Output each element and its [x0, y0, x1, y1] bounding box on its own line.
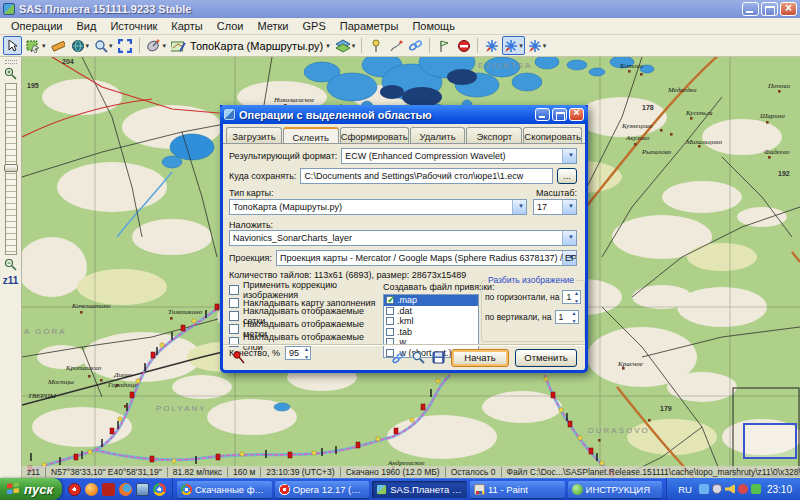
- chain-link-icon: [408, 39, 423, 53]
- globe-tool-button[interactable]: ▾: [69, 36, 92, 55]
- scale-combo[interactable]: 17: [533, 199, 577, 215]
- link-icon[interactable]: [391, 351, 405, 365]
- dialog-close-button[interactable]: [569, 108, 584, 121]
- tray-icon[interactable]: [738, 484, 748, 494]
- task-button[interactable]: ИНСТРУКЦИЯ: [568, 481, 663, 498]
- start-button[interactable]: Начать: [451, 349, 509, 367]
- path-button[interactable]: [386, 36, 405, 55]
- format-combo[interactable]: ECW (Enhanced Compression Wavelet): [341, 148, 577, 164]
- gps-track-button-1[interactable]: [482, 36, 501, 55]
- status-bar: z11 N57°38'33,10" E40°58'31,19" 81.82 м/…: [22, 466, 800, 478]
- dialog-tab[interactable]: Склеить: [283, 127, 339, 143]
- menu-item[interactable]: Метки: [250, 19, 295, 33]
- tray-icon[interactable]: [751, 484, 761, 494]
- dialog-tab[interactable]: Скопировать: [523, 127, 582, 143]
- pushpin-icon[interactable]: [231, 351, 245, 365]
- split-vertical-spinner[interactable]: 1: [555, 310, 579, 324]
- menu-item[interactable]: GPS: [296, 19, 333, 33]
- zoom-slider[interactable]: [5, 83, 17, 255]
- tray-icon[interactable]: [725, 484, 735, 494]
- dialog-maximize-button[interactable]: [552, 108, 567, 121]
- quick-launch-icon[interactable]: [153, 483, 166, 496]
- close-button[interactable]: [780, 2, 797, 16]
- cursor-tool-button[interactable]: [3, 36, 22, 55]
- georef-option[interactable]: .map: [384, 295, 478, 306]
- zoom-out-icon[interactable]: [4, 258, 17, 271]
- map-type-combo[interactable]: ТопоКарта (Маршруты.ру): [229, 199, 527, 215]
- menu-item[interactable]: Источник: [103, 19, 164, 33]
- link-button[interactable]: [406, 36, 425, 55]
- stop-download-button[interactable]: [454, 36, 473, 55]
- tray-icon[interactable]: [712, 484, 722, 494]
- checkbox-box[interactable]: [229, 298, 239, 308]
- overlay-combo[interactable]: Navionics_SonarCharts_layer: [229, 230, 577, 246]
- quick-launch-icon[interactable]: [85, 483, 98, 496]
- minimize-button[interactable]: [742, 2, 759, 16]
- fullscreen-button[interactable]: [116, 36, 135, 55]
- svg-text:Акулово: Акулово: [625, 134, 650, 142]
- checkbox-box[interactable]: [229, 324, 239, 334]
- projection-combo[interactable]: Проекция карты - Mercator / Google Maps …: [276, 250, 577, 266]
- gps-track-button-2[interactable]: ▾: [502, 36, 525, 55]
- georef-checkbox[interactable]: [386, 328, 394, 336]
- georef-checkbox[interactable]: [386, 307, 394, 315]
- checkbox-box[interactable]: [229, 285, 239, 295]
- panel-grip[interactable]: [5, 60, 17, 64]
- option-checkbox-row[interactable]: Применить коррекцию изображения: [229, 284, 379, 296]
- cancel-button[interactable]: Отменить: [515, 349, 577, 367]
- start-button-taskbar[interactable]: пуск: [0, 478, 62, 500]
- tray-icon[interactable]: [699, 484, 709, 494]
- georef-checkbox[interactable]: [386, 317, 394, 325]
- save-settings-icon[interactable]: [431, 351, 445, 365]
- menu-item[interactable]: Операции: [4, 19, 69, 33]
- dialog-tab[interactable]: Экспорт: [466, 127, 522, 143]
- layers-button[interactable]: ▾: [333, 36, 358, 55]
- map-type-button[interactable]: ТопоКарта (Маршруты.ру) ▾: [169, 36, 332, 55]
- menu-item[interactable]: Карты: [164, 19, 209, 33]
- zoom-tool-button[interactable]: ▾: [92, 36, 115, 55]
- split-horizontal-spinner[interactable]: 1: [562, 290, 581, 304]
- dropdown-caret: ▾: [543, 42, 547, 50]
- georef-checkbox[interactable]: [386, 296, 394, 304]
- language-indicator[interactable]: RU: [675, 484, 695, 495]
- georef-option[interactable]: .dat: [384, 306, 478, 317]
- quick-launch-icon[interactable]: [102, 483, 115, 496]
- menu-item[interactable]: Помощь: [405, 19, 462, 33]
- save-path-input[interactable]: [300, 168, 553, 184]
- task-button[interactable]: Скачанные файлы - ...: [177, 481, 272, 498]
- checkbox-box[interactable]: [229, 311, 239, 321]
- tab-label: Скопировать: [524, 131, 581, 142]
- dialog-tab[interactable]: Загрузить: [226, 127, 282, 143]
- status-file: Файл C:\Doc...\SASPlanet.Release.151111\…: [502, 467, 800, 477]
- gps-track-icon: [485, 39, 499, 53]
- zoom-preview-icon[interactable]: [411, 351, 425, 365]
- restore-button[interactable]: [761, 2, 778, 16]
- dropdown-caret: ▾: [86, 42, 90, 50]
- placemark-button[interactable]: [366, 36, 385, 55]
- download-tool-button[interactable]: ▾: [144, 36, 169, 55]
- zoom-slider-handle[interactable]: [4, 164, 18, 172]
- dialog-minimize-button[interactable]: [535, 108, 550, 121]
- task-button[interactable]: SAS.Планета 15111...: [372, 481, 467, 498]
- ruler-tool-button[interactable]: [49, 36, 68, 55]
- georef-option[interactable]: .tab: [384, 327, 478, 338]
- menu-item[interactable]: Вид: [69, 19, 103, 33]
- quick-launch-icon[interactable]: [119, 483, 132, 496]
- dialog-tab[interactable]: Удалить: [410, 127, 466, 143]
- quick-launch-icon[interactable]: [68, 483, 81, 496]
- task-button[interactable]: Opera 12.17 (1863): ...: [275, 481, 370, 498]
- zoom-in-icon[interactable]: [4, 67, 17, 80]
- menu-item[interactable]: Параметры: [333, 19, 406, 33]
- quick-launch-icon[interactable]: [136, 483, 149, 496]
- flag-button[interactable]: [434, 36, 453, 55]
- task-button[interactable]: 11 - Paint: [470, 481, 565, 498]
- browse-button[interactable]: ...: [557, 168, 577, 184]
- selection-tool-button[interactable]: ▾: [23, 36, 48, 55]
- gps-track-button-3[interactable]: ▾: [526, 36, 549, 55]
- dialog-tab[interactable]: Сформировать: [340, 127, 409, 143]
- georef-option-label: .map: [397, 295, 417, 305]
- menu-item[interactable]: Слои: [210, 19, 251, 33]
- dialog-body: Результирующий формат: ECW (Enhanced Com…: [223, 144, 585, 370]
- georef-option[interactable]: .kml: [384, 316, 478, 327]
- split-horizontal-value: 1: [566, 292, 571, 302]
